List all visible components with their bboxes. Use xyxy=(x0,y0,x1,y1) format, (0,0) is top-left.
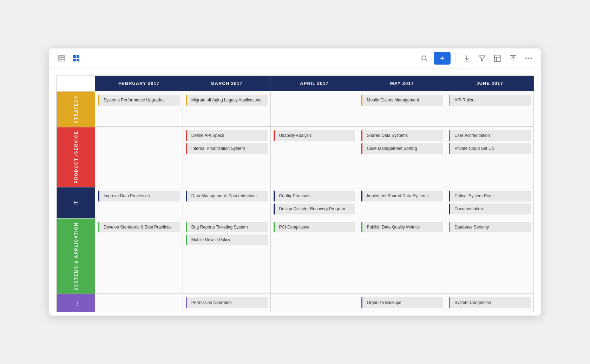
cell-systems-feb: Develop Standards & Best Practices xyxy=(95,218,183,294)
svg-marker-10 xyxy=(479,56,485,61)
row-label-misc: ... xyxy=(57,294,95,312)
main-content: FEBRUARY 2017 MARCH 2017 APRIL 2017 MAY … xyxy=(49,68,541,316)
task-card[interactable]: Config Terminals xyxy=(274,191,355,201)
task-card[interactable]: Develop Standards & Best Practices xyxy=(98,222,180,233)
task-card[interactable]: Case Management Sorting xyxy=(361,143,443,154)
app-window: + xyxy=(49,48,541,316)
cell-product-may: Shared Data Systems Case Management Sort… xyxy=(358,127,446,187)
cell-systems-jun: Database Security xyxy=(446,218,534,294)
svg-line-8 xyxy=(426,60,427,61)
svg-point-15 xyxy=(525,58,527,59)
svg-point-17 xyxy=(530,58,532,59)
header-may: MAY 2017 xyxy=(358,76,446,91)
task-card[interactable]: Usability Analysis xyxy=(274,130,355,141)
task-card[interactable]: Data Management: Cost reductions xyxy=(186,191,268,201)
header-empty-cell xyxy=(57,76,95,91)
task-card[interactable]: Migrate off Aging Legacy Applications xyxy=(186,95,268,106)
task-card[interactable]: Mobile Device Policy xyxy=(186,234,268,245)
toolbar-right: + xyxy=(418,52,535,65)
svg-rect-2 xyxy=(58,60,65,61)
task-card[interactable]: Organize Backups xyxy=(361,297,443,308)
header-jun: JUNE 2017 xyxy=(446,76,534,91)
cell-systems-mar: Bug Reports Ticketing System Mobile Devi… xyxy=(183,218,271,294)
cell-it-mar: Data Management: Cost reductions xyxy=(183,187,271,218)
upload-button[interactable] xyxy=(507,52,519,64)
task-card[interactable]: Critical System Reqs xyxy=(449,191,531,201)
task-card[interactable]: Systems Performance Upgrades xyxy=(98,95,180,106)
cell-misc-apr xyxy=(271,294,359,312)
cell-strategy-feb: Systems Performance Upgrades xyxy=(95,91,183,127)
cell-product-feb xyxy=(95,127,183,187)
cell-it-may: Implement Shared Data Systems xyxy=(358,187,446,218)
svg-rect-3 xyxy=(73,55,76,58)
task-card[interactable]: Documentation xyxy=(449,204,531,214)
toolbar-divider xyxy=(455,53,456,63)
task-card[interactable]: Mobile Claims Management xyxy=(361,95,443,106)
svg-point-7 xyxy=(422,56,426,60)
task-card[interactable]: Database Security xyxy=(449,222,531,233)
task-card[interactable]: System Congestion xyxy=(449,297,531,308)
cell-systems-apr: PCI Compliance xyxy=(271,218,359,294)
cell-strategy-jun: API Rollout xyxy=(446,91,534,127)
svg-point-16 xyxy=(528,58,529,59)
roadmap-grid: FEBRUARY 2017 MARCH 2017 APRIL 2017 MAY … xyxy=(56,75,534,312)
task-card[interactable]: Bug Reports Ticketing System xyxy=(186,222,268,233)
svg-rect-5 xyxy=(73,59,76,61)
row-label-strategy: STRATEGY xyxy=(57,91,95,127)
table-button[interactable] xyxy=(492,52,504,64)
grid-view-button[interactable] xyxy=(70,52,82,64)
header-apr: APRIL 2017 xyxy=(271,76,359,91)
toolbar: + xyxy=(49,48,541,68)
add-button-label: + xyxy=(440,54,444,62)
header-mar: MARCH 2017 xyxy=(183,76,271,91)
task-card[interactable]: API Rollout xyxy=(449,95,531,106)
task-card[interactable]: User Accredidation xyxy=(449,130,531,141)
svg-rect-0 xyxy=(58,55,65,57)
task-card[interactable]: Private Cloud Set Up xyxy=(449,143,531,154)
task-card[interactable]: Implement Shared Data Systems xyxy=(361,191,443,201)
row-label-product: PRODUCT /SERVICE xyxy=(57,127,95,187)
cell-product-apr: Usability Analysis xyxy=(271,127,359,187)
download-button[interactable] xyxy=(461,52,473,64)
cell-it-feb: Improve Data Processes xyxy=(95,187,183,218)
cell-it-apr: Config Terminals Design Disaster Recover… xyxy=(271,187,359,218)
cell-strategy-apr xyxy=(271,91,359,127)
header-feb: FEBRUARY 2017 xyxy=(95,76,183,91)
row-label-it: IT xyxy=(57,187,95,218)
toolbar-left xyxy=(55,52,82,64)
task-card[interactable]: Define API Specs xyxy=(186,130,268,141)
row-label-systems: SYSTEMS & APPLICATION xyxy=(57,218,95,294)
cell-strategy-may: Mobile Claims Management xyxy=(358,91,446,127)
task-card[interactable]: Shared Data Systems xyxy=(361,130,443,141)
task-card[interactable]: Publish Data Quality Metrics xyxy=(361,222,443,233)
svg-rect-6 xyxy=(77,59,79,61)
task-card[interactable]: PCI Compliance xyxy=(274,222,355,233)
task-card[interactable]: Internal Prioritization System xyxy=(186,143,268,154)
cell-misc-mar: Permission Overrides xyxy=(183,294,271,312)
cell-product-jun: User Accredidation Private Cloud Set Up xyxy=(446,127,534,187)
cell-it-jun: Critical System Reqs Documentation xyxy=(446,187,534,218)
more-button[interactable] xyxy=(523,52,535,64)
task-card[interactable]: Improve Data Processes xyxy=(98,191,180,201)
cell-strategy-mar: Migrate off Aging Legacy Applications xyxy=(183,91,271,127)
cell-misc-feb xyxy=(95,294,183,312)
cell-misc-jun: System Congestion xyxy=(446,294,534,312)
cell-product-mar: Define API Specs Internal Prioritization… xyxy=(183,127,271,187)
svg-rect-1 xyxy=(58,58,65,59)
add-button[interactable]: + xyxy=(434,52,451,65)
svg-rect-11 xyxy=(494,55,501,61)
list-view-button[interactable] xyxy=(55,52,67,64)
cell-misc-may: Organize Backups xyxy=(358,294,446,312)
task-card[interactable]: Permission Overrides xyxy=(186,297,268,308)
cell-systems-may: Publish Data Quality Metrics xyxy=(358,218,446,294)
svg-rect-4 xyxy=(77,55,79,58)
task-card[interactable]: Design Disaster Recovery Program xyxy=(274,204,355,214)
filter-button[interactable] xyxy=(476,52,488,64)
search-button[interactable] xyxy=(418,52,430,64)
